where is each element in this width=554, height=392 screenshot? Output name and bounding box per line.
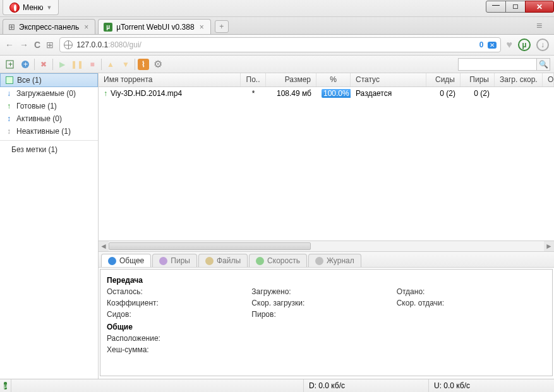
col-pct[interactable]: % [316, 73, 351, 86]
content: Имя торрента По.. Размер % Статус Сиды П… [99, 73, 554, 379]
cell-seeds: 0 (2) [426, 89, 461, 98]
sidebar-item-label: Активные (0) [16, 114, 62, 123]
separator [101, 59, 102, 70]
add-file-icon[interactable]: + [4, 58, 16, 71]
speeddial-button[interactable]: ⊞ [46, 40, 54, 50]
url-field[interactable]: 127.0.0.1:8080/gui/ 0 ✕ [59, 37, 500, 52]
kv-ratio: Коэффициент: [107, 297, 251, 309]
col-peers[interactable]: Пиры [461, 73, 495, 86]
settings-gear-icon[interactable]: ⚙ [152, 58, 164, 71]
cell-peers: 0 (2) [461, 89, 495, 98]
sidebar-item-label: Загружаемые (0) [16, 89, 76, 98]
sidebar-separator [0, 140, 98, 141]
tab-label: Пиры [171, 256, 190, 265]
start-icon: ▶ [56, 58, 68, 71]
statusbar: µ D: 0.0 кб/с U: 0.0 кб/с [0, 379, 554, 392]
kv-uploaded: Отдано: [397, 286, 541, 297]
forward-button[interactable]: → [20, 40, 28, 50]
globe-icon [64, 40, 73, 49]
col-done[interactable]: По.. [241, 73, 266, 86]
active-icon [5, 115, 13, 122]
svg-text:+: + [8, 60, 13, 69]
grid-header: Имя торрента По.. Размер % Статус Сиды П… [99, 73, 554, 87]
pause-icon: ❚❚ [71, 58, 83, 71]
toolbar-search: 🔍 [458, 58, 550, 71]
horizontal-scrollbar[interactable]: ◄ ► [99, 241, 554, 251]
statusbar-upload[interactable]: U: 0.0 кб/с [429, 379, 554, 392]
address-bar: ← → C ⊞ 127.0.0.1:8080/gui/ 0 ✕ ♥ µ ↓ [0, 35, 554, 56]
cell-name: ↑ Viy-3D.HD.2014.mp4 [99, 89, 241, 98]
main-area: Все (1) Загружаемые (0) Готовые (1) Акти… [0, 73, 554, 379]
tab-peers[interactable]: Пиры [152, 254, 197, 267]
tab-files[interactable]: Файлы [198, 254, 248, 267]
add-url-icon[interactable]: + [19, 58, 32, 71]
new-tab-button[interactable]: + [215, 20, 229, 33]
table-row[interactable]: ↑ Viy-3D.HD.2014.mp4 * 108.49 мб 100.0% … [99, 87, 554, 100]
statusbar-utorrent-icon[interactable]: µ [0, 379, 11, 392]
sidebar-item-downloading[interactable]: Загружаемые (0) [0, 87, 98, 100]
col-extra[interactable]: О [543, 73, 554, 86]
info-icon [108, 257, 116, 265]
opera-menu-button[interactable]: Меню ▼ [3, 0, 59, 15]
sidebar-item-all[interactable]: Все (1) [0, 73, 98, 87]
utorrent-extension-icon[interactable]: µ [518, 39, 531, 51]
grid-body[interactable]: ↑ Viy-3D.HD.2014.mp4 * 108.49 мб 100.0% … [99, 87, 554, 241]
svg-text:+: + [23, 60, 28, 69]
sidebar-item-active[interactable]: Активные (0) [0, 112, 98, 125]
kv-hash: Хеш-сумма: [107, 344, 251, 355]
sidebar-item-label: Готовые (1) [16, 102, 57, 110]
kv-location: Расположение: [107, 333, 251, 344]
scroll-right-icon[interactable]: ► [544, 241, 554, 251]
up-arrow-icon [5, 102, 13, 110]
detail-tabs: Общее Пиры Файлы Скорость Журнал [99, 251, 554, 268]
titlebar: Меню ▼ — ✕ [0, 0, 554, 17]
rss-icon[interactable]: ⌇ [138, 59, 149, 70]
close-button[interactable]: ✕ [525, 1, 554, 13]
scroll-thumb[interactable] [109, 242, 311, 250]
tab-utorrent[interactable]: µ µTorrent WebUI v0.388 × [98, 19, 210, 34]
statusbar-download[interactable]: D: 0.0 кб/с [304, 379, 429, 392]
speeddial-icon: ⊞ [8, 22, 15, 32]
search-input[interactable] [458, 58, 536, 71]
utorrent-icon: µ [104, 23, 112, 32]
search-button[interactable]: 🔍 [536, 58, 550, 71]
col-name[interactable]: Имя торрента [99, 73, 241, 86]
cell-status: Раздается [351, 89, 426, 98]
tab-close-icon[interactable]: × [83, 23, 90, 32]
tab-speed[interactable]: Скорость [249, 254, 307, 267]
cell-done: * [241, 89, 266, 98]
minimize-button[interactable]: — [486, 1, 506, 13]
downloads-icon[interactable]: ↓ [536, 39, 549, 51]
reload-button[interactable]: C [34, 40, 40, 50]
log-icon [315, 257, 323, 265]
maximize-button[interactable] [505, 1, 526, 13]
tab-label: Скорость [267, 256, 300, 265]
tab-speeddial[interactable]: ⊞ Экспресс-панель × [3, 19, 95, 34]
statusbar-spacer [11, 379, 304, 392]
tab-general[interactable]: Общее [101, 254, 151, 267]
tab-close-icon[interactable]: × [198, 23, 205, 32]
kv-peers: Пиров: [251, 309, 396, 320]
cell-pct: 100.0% [316, 89, 351, 98]
tab-label: µTorrent WebUI v0.388 [116, 23, 194, 32]
bookmark-heart-icon[interactable]: ♥ [507, 39, 513, 50]
tab-label: Общее [119, 256, 144, 265]
col-status[interactable]: Статус [351, 73, 426, 86]
col-dspeed[interactable]: Загр. скор. [495, 73, 543, 86]
separator [34, 59, 35, 70]
shield-icon[interactable]: ✕ [488, 42, 497, 49]
back-button[interactable]: ← [5, 40, 14, 50]
col-size[interactable]: Размер [266, 73, 316, 86]
peers-icon [159, 257, 167, 265]
sidebar-item-inactive[interactable]: Неактивные (1) [0, 125, 98, 138]
files-icon [205, 257, 214, 265]
tab-log[interactable]: Журнал [308, 254, 361, 267]
chevron-down-icon: ▼ [46, 4, 52, 11]
col-seeds[interactable]: Сиды [426, 73, 461, 86]
tabstrip: ⊞ Экспресс-панель × µ µTorrent WebUI v0.… [0, 17, 554, 35]
scroll-left-icon[interactable]: ◄ [99, 241, 109, 251]
speed-icon [256, 257, 264, 265]
sidebar-item-nolabel[interactable]: Без метки (1) [0, 143, 98, 156]
sidebar-item-completed[interactable]: Готовые (1) [0, 100, 98, 112]
panel-menu-icon[interactable]: ≡ [536, 20, 548, 32]
